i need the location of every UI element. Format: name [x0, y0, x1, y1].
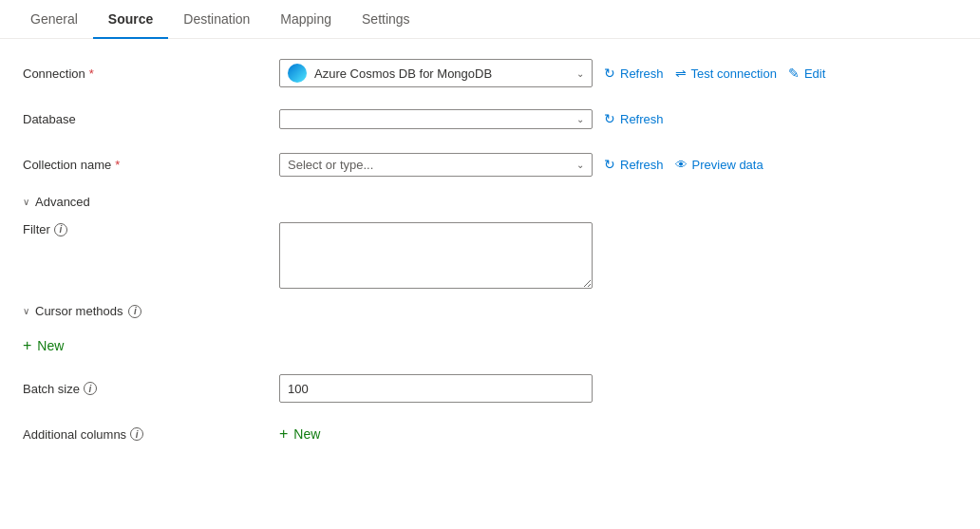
database-row: Database ⌄ ↻ Refresh — [23, 104, 957, 134]
collection-refresh-icon: ↻ — [604, 157, 615, 172]
connection-value: Azure Cosmos DB for MongoDB — [314, 66, 576, 81]
test-connection-icon: ⇌ — [675, 66, 687, 81]
batch-size-info-icon[interactable]: i — [84, 382, 97, 395]
connection-row: Connection * Azure Cosmos DB for MongoDB… — [23, 58, 957, 88]
filter-label: Filter i — [23, 222, 279, 236]
form-content: Connection * Azure Cosmos DB for MongoDB… — [0, 39, 980, 483]
collection-refresh-button[interactable]: ↻ Refresh — [604, 157, 664, 172]
cursor-info-icon[interactable]: i — [128, 305, 141, 318]
collection-required: * — [115, 158, 120, 172]
batch-size-label: Batch size i — [23, 382, 279, 396]
tab-source[interactable]: Source — [93, 0, 168, 38]
plus-icon: + — [23, 337, 31, 354]
additional-columns-row: Additional columns i + New — [23, 419, 957, 449]
collection-name-row: Collection name * Select or type... ⌄ ↻ … — [23, 149, 957, 179]
tab-bar: General Source Destination Mapping Setti… — [0, 0, 980, 39]
connection-required: * — [89, 66, 94, 81]
cursor-chevron-icon: ∨ — [23, 306, 29, 316]
database-refresh-button[interactable]: ↻ Refresh — [604, 111, 664, 126]
advanced-section-header[interactable]: ∨ Advanced — [23, 195, 957, 209]
database-dropdown[interactable]: ⌄ — [279, 109, 593, 129]
collection-name-controls: Select or type... ⌄ ↻ Refresh 👁 Preview … — [279, 153, 957, 177]
new-cursor-button[interactable]: + New — [23, 333, 64, 358]
connection-dropdown[interactable]: Azure Cosmos DB for MongoDB ⌄ — [279, 59, 593, 87]
new-additional-column-button[interactable]: + New — [279, 422, 320, 446]
preview-icon: 👁 — [675, 158, 688, 172]
preview-data-button[interactable]: 👁 Preview data — [675, 158, 763, 172]
connection-controls: Azure Cosmos DB for MongoDB ⌄ ↻ Refresh … — [279, 59, 957, 87]
connection-refresh-button[interactable]: ↻ Refresh — [604, 66, 664, 81]
refresh-icon: ↻ — [604, 66, 615, 81]
filter-textarea[interactable] — [279, 222, 593, 289]
collection-placeholder: Select or type... — [288, 158, 576, 172]
tab-settings[interactable]: Settings — [347, 0, 425, 38]
advanced-chevron-icon: ∨ — [23, 197, 29, 207]
tab-general[interactable]: General — [15, 0, 93, 38]
batch-size-row: Batch size i — [23, 373, 957, 404]
filter-info-icon[interactable]: i — [54, 223, 67, 236]
database-refresh-icon: ↻ — [604, 111, 615, 126]
collection-name-label: Collection name * — [23, 158, 279, 172]
additional-columns-label: Additional columns i — [23, 427, 279, 442]
test-connection-button[interactable]: ⇌ Test connection — [675, 66, 777, 81]
additional-columns-controls: + New — [279, 422, 957, 446]
batch-size-input[interactable] — [279, 374, 593, 403]
tab-mapping[interactable]: Mapping — [265, 0, 347, 38]
additional-columns-info-icon[interactable]: i — [130, 427, 143, 441]
database-label: Database — [23, 112, 279, 126]
batch-size-controls — [279, 374, 957, 403]
connection-label: Connection * — [23, 66, 279, 81]
connection-chevron-icon: ⌄ — [576, 68, 584, 79]
filter-controls — [279, 222, 957, 289]
filter-row: Filter i — [23, 217, 957, 289]
additional-plus-icon: + — [279, 425, 288, 443]
collection-name-dropdown[interactable]: Select or type... ⌄ — [279, 153, 593, 177]
edit-icon: ✎ — [788, 66, 800, 81]
cursor-methods-header[interactable]: ∨ Cursor methods i — [23, 304, 957, 318]
tab-destination[interactable]: Destination — [168, 0, 265, 38]
cosmos-icon — [288, 64, 307, 83]
cursor-methods-label: Cursor methods — [35, 304, 122, 318]
edit-button[interactable]: ✎ Edit — [788, 66, 825, 81]
database-chevron-icon: ⌄ — [576, 114, 584, 124]
advanced-label: Advanced — [35, 195, 90, 209]
collection-chevron-icon: ⌄ — [576, 160, 584, 170]
database-controls: ⌄ ↻ Refresh — [279, 109, 957, 129]
